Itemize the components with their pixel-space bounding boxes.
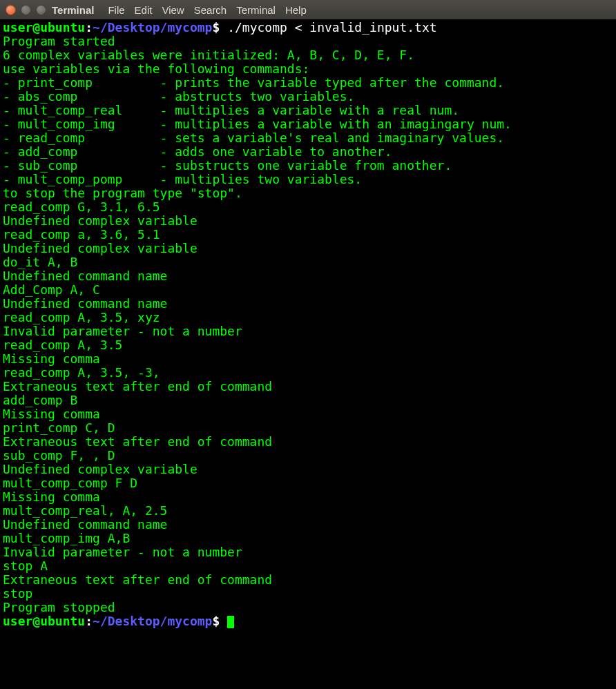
terminal-line: Extraneous text after end of command bbox=[3, 573, 613, 587]
output-text: Extraneous text after end of command bbox=[3, 379, 272, 394]
terminal-line: print_comp C, D bbox=[3, 421, 613, 435]
output-text: Invalid parameter - not a number bbox=[3, 324, 242, 338]
output-text: Missing comma bbox=[3, 407, 100, 421]
terminal-line: read_comp A, 3.5, xyz bbox=[3, 311, 613, 324]
terminal-line: stop bbox=[3, 587, 613, 601]
terminal-line: - mult_comp_pomp - multiplies two variab… bbox=[3, 173, 613, 186]
output-text: to stop the program type "stop". bbox=[3, 186, 242, 200]
output-text: mult_comp_comp F D bbox=[3, 476, 137, 490]
terminal-line: - add_comp - adds one variable to anothe… bbox=[3, 145, 613, 159]
terminal-line: do_it A, B bbox=[3, 255, 613, 269]
menu-terminal[interactable]: Terminal bbox=[236, 4, 276, 16]
prompt-dollar: $ bbox=[212, 614, 227, 628]
prompt-path: ~/Desktop/mycomp bbox=[93, 614, 212, 628]
output-text: Program started bbox=[3, 34, 115, 48]
output-text: Extraneous text after end of command bbox=[3, 572, 272, 587]
terminal-line: mult_comp_real, A, 2.5 bbox=[3, 504, 613, 518]
output-text: Missing comma bbox=[3, 489, 100, 504]
terminal-line: Invalid parameter - not a number bbox=[3, 545, 613, 559]
menu-help[interactable]: Help bbox=[285, 4, 307, 16]
terminal-line: Program started bbox=[3, 35, 613, 48]
terminal-line: Extraneous text after end of command bbox=[3, 435, 613, 449]
terminal-line: - abs_comp - abstructs two variables. bbox=[3, 90, 613, 104]
window-title: Terminal bbox=[52, 4, 94, 16]
output-text: stop A bbox=[3, 559, 48, 573]
terminal-line: Missing comma bbox=[3, 352, 613, 366]
prompt-colon: : bbox=[85, 614, 93, 628]
output-text: Invalid parameter - not a number bbox=[3, 545, 242, 559]
terminal-line: Undefined complex variable bbox=[3, 242, 613, 255]
prompt-path: ~/Desktop/mycomp bbox=[93, 20, 212, 35]
output-text: Program stopped bbox=[3, 600, 115, 614]
output-text: stop bbox=[3, 586, 32, 601]
output-text: read_comp A, 3.5, xyz bbox=[3, 310, 160, 324]
terminal-line: sub_comp F, , D bbox=[3, 449, 613, 463]
terminal-line: add_comp B bbox=[3, 394, 613, 407]
terminal-line: use variables via the following commands… bbox=[3, 62, 613, 76]
terminal-viewport[interactable]: user@ubuntu:~/Desktop/mycomp$ ./mycomp <… bbox=[0, 19, 616, 630]
menu-search[interactable]: Search bbox=[194, 4, 227, 16]
window-controls bbox=[6, 5, 46, 15]
output-text: Undefined command name bbox=[3, 296, 167, 311]
terminal-line: - mult_comp_real - multiplies a variable… bbox=[3, 104, 613, 117]
menu-file[interactable]: File bbox=[108, 4, 124, 16]
output-text: - add_comp - adds one variable to anothe… bbox=[3, 144, 392, 159]
output-text: - sub_comp - substructs one variable fro… bbox=[3, 158, 452, 173]
output-text: - read_comp - sets a variable's real and… bbox=[3, 130, 504, 145]
output-text: use variables via the following commands… bbox=[3, 61, 309, 76]
terminal-line: user@ubuntu:~/Desktop/mycomp$ bbox=[3, 614, 613, 628]
output-text: read_comp A, 3.5 bbox=[3, 338, 122, 352]
output-text: read_comp a, 3.6, 5.1 bbox=[3, 227, 160, 242]
output-text: add_comp B bbox=[3, 393, 77, 407]
output-text: mult_comp_real, A, 2.5 bbox=[3, 503, 167, 518]
terminal-line: mult_comp_comp F D bbox=[3, 476, 613, 490]
terminal-line: read_comp G, 3.1, 6.5 bbox=[3, 200, 613, 214]
output-text: Missing comma bbox=[3, 351, 100, 366]
output-text: 6 complex variables were initialized: A,… bbox=[3, 48, 414, 62]
terminal-line: mult_comp_img A,B bbox=[3, 532, 613, 545]
output-text: Undefined command name bbox=[3, 269, 167, 283]
command-text: ./mycomp < invalid_input.txt bbox=[227, 20, 436, 35]
maximize-icon[interactable] bbox=[36, 5, 46, 15]
terminal-line: - sub_comp - substructs one variable fro… bbox=[3, 159, 613, 173]
terminal-line: Missing comma bbox=[3, 407, 613, 421]
output-text: read_comp A, 3.5, -3, bbox=[3, 365, 160, 380]
terminal-line: read_comp A, 3.5 bbox=[3, 338, 613, 352]
output-text: sub_comp F, , D bbox=[3, 448, 115, 463]
menubar: File Edit View Search Terminal Help bbox=[108, 4, 306, 16]
output-text: - print_comp - prints the variable typed… bbox=[3, 75, 504, 90]
terminal-line: Undefined complex variable bbox=[3, 214, 613, 228]
output-text: Undefined complex variable bbox=[3, 213, 198, 228]
terminal-line: Program stopped bbox=[3, 601, 613, 614]
output-text: print_comp C, D bbox=[3, 420, 115, 435]
output-text: Extraneous text after end of command bbox=[3, 434, 272, 449]
output-text: Add_Comp A, C bbox=[3, 282, 100, 297]
terminal-line: - read_comp - sets a variable's real and… bbox=[3, 131, 613, 145]
prompt-dollar: $ bbox=[212, 20, 227, 35]
output-text: Undefined complex variable bbox=[3, 462, 198, 476]
close-icon[interactable] bbox=[6, 5, 16, 15]
terminal-line: - mult_comp_img - multiplies a variable … bbox=[3, 117, 613, 131]
terminal-line: Missing comma bbox=[3, 490, 613, 504]
menu-edit[interactable]: Edit bbox=[135, 4, 153, 16]
terminal-line: read_comp A, 3.5, -3, bbox=[3, 366, 613, 380]
menu-view[interactable]: View bbox=[162, 4, 184, 16]
terminal-line: 6 complex variables were initialized: A,… bbox=[3, 48, 613, 62]
output-text: - mult_comp_img - multiplies a variable … bbox=[3, 117, 512, 131]
terminal-line: - print_comp - prints the variable typed… bbox=[3, 76, 613, 90]
output-text: - abs_comp - abstructs two variables. bbox=[3, 89, 354, 104]
terminal-line: read_comp a, 3.6, 5.1 bbox=[3, 228, 613, 242]
output-text: mult_comp_img A,B bbox=[3, 531, 130, 545]
output-text: - mult_comp_pomp - multiplies two variab… bbox=[3, 172, 362, 186]
terminal-line: Invalid parameter - not a number bbox=[3, 324, 613, 338]
terminal-line: Extraneous text after end of command bbox=[3, 380, 613, 394]
output-text: Undefined complex variable bbox=[3, 241, 198, 255]
terminal-line: Undefined command name bbox=[3, 297, 613, 311]
terminal-line: Undefined command name bbox=[3, 518, 613, 532]
terminal-line: stop A bbox=[3, 559, 613, 573]
terminal-line: user@ubuntu:~/Desktop/mycomp$ ./mycomp <… bbox=[3, 21, 613, 35]
minimize-icon[interactable] bbox=[21, 5, 31, 15]
prompt-userhost: user@ubuntu bbox=[3, 614, 85, 628]
prompt-colon: : bbox=[85, 20, 93, 35]
terminal-line: Undefined complex variable bbox=[3, 463, 613, 476]
